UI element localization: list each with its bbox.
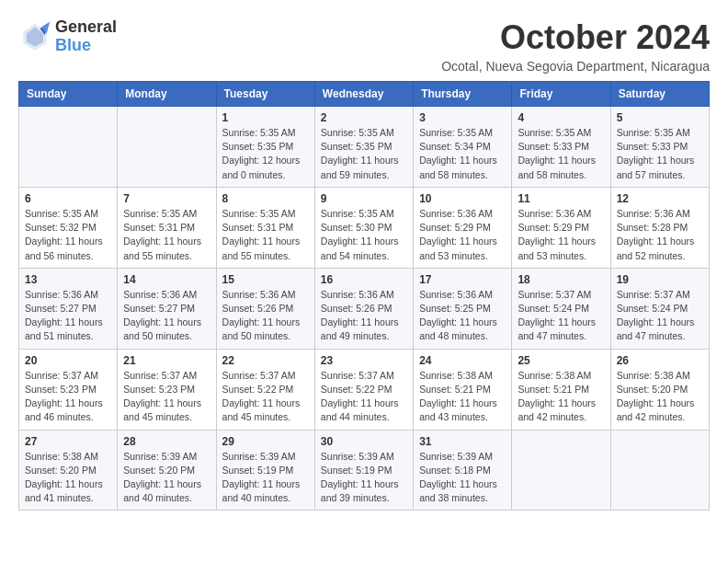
calendar-week-row: 6Sunrise: 5:35 AM Sunset: 5:32 PM Daylig… — [19, 187, 710, 268]
day-info: Sunrise: 5:35 AM Sunset: 5:32 PM Dayligh… — [25, 207, 111, 263]
day-info: Sunrise: 5:39 AM Sunset: 5:19 PM Dayligh… — [321, 450, 407, 506]
day-number: 14 — [123, 273, 210, 286]
calendar-cell: 8Sunrise: 5:35 AM Sunset: 5:31 PM Daylig… — [216, 187, 314, 268]
day-number: 28 — [123, 435, 210, 448]
day-number: 22 — [222, 354, 309, 367]
day-info: Sunrise: 5:35 AM Sunset: 5:33 PM Dayligh… — [617, 126, 703, 182]
day-number: 16 — [321, 273, 407, 286]
logo-text: General Blue — [55, 18, 117, 55]
day-info: Sunrise: 5:35 AM Sunset: 5:30 PM Dayligh… — [321, 207, 407, 263]
calendar-cell: 27Sunrise: 5:38 AM Sunset: 5:20 PM Dayli… — [19, 430, 118, 511]
weekday-header: Monday — [118, 82, 216, 107]
calendar-cell: 5Sunrise: 5:35 AM Sunset: 5:33 PM Daylig… — [610, 107, 709, 188]
day-number: 31 — [419, 435, 506, 448]
location-title: Ocotal, Nueva Segovia Department, Nicara… — [441, 59, 710, 74]
calendar-week-row: 13Sunrise: 5:36 AM Sunset: 5:27 PM Dayli… — [19, 268, 710, 349]
calendar-cell: 14Sunrise: 5:36 AM Sunset: 5:27 PM Dayli… — [118, 268, 216, 349]
calendar-cell — [512, 430, 610, 511]
day-number: 21 — [123, 354, 210, 367]
calendar-cell: 2Sunrise: 5:35 AM Sunset: 5:35 PM Daylig… — [314, 107, 413, 188]
day-info: Sunrise: 5:38 AM Sunset: 5:20 PM Dayligh… — [617, 369, 703, 425]
day-number: 25 — [518, 354, 604, 367]
day-info: Sunrise: 5:38 AM Sunset: 5:20 PM Dayligh… — [25, 450, 111, 506]
calendar-cell: 11Sunrise: 5:36 AM Sunset: 5:29 PM Dayli… — [512, 187, 610, 268]
weekday-header: Wednesday — [314, 82, 413, 107]
day-info: Sunrise: 5:39 AM Sunset: 5:18 PM Dayligh… — [419, 450, 506, 506]
calendar-cell — [19, 107, 118, 188]
day-number: 6 — [25, 192, 111, 205]
weekday-header: Saturday — [610, 82, 709, 107]
calendar-table: SundayMondayTuesdayWednesdayThursdayFrid… — [18, 81, 710, 511]
day-number: 2 — [321, 111, 407, 124]
calendar-cell: 16Sunrise: 5:36 AM Sunset: 5:26 PM Dayli… — [314, 268, 413, 349]
calendar-cell: 3Sunrise: 5:35 AM Sunset: 5:34 PM Daylig… — [414, 107, 512, 188]
day-info: Sunrise: 5:37 AM Sunset: 5:24 PM Dayligh… — [617, 288, 703, 344]
calendar-cell: 31Sunrise: 5:39 AM Sunset: 5:18 PM Dayli… — [414, 430, 512, 511]
day-info: Sunrise: 5:38 AM Sunset: 5:21 PM Dayligh… — [419, 369, 506, 425]
calendar-cell — [118, 107, 216, 188]
day-info: Sunrise: 5:35 AM Sunset: 5:33 PM Dayligh… — [518, 126, 604, 182]
title-section: October 2024 Ocotal, Nueva Segovia Depar… — [441, 18, 710, 74]
calendar-cell: 17Sunrise: 5:36 AM Sunset: 5:25 PM Dayli… — [414, 268, 512, 349]
day-number: 26 — [617, 354, 703, 367]
weekday-header: Thursday — [414, 82, 512, 107]
day-number: 23 — [321, 354, 407, 367]
day-info: Sunrise: 5:35 AM Sunset: 5:35 PM Dayligh… — [222, 126, 309, 182]
calendar-cell: 7Sunrise: 5:35 AM Sunset: 5:31 PM Daylig… — [118, 187, 216, 268]
day-number: 3 — [419, 111, 506, 124]
calendar-cell: 26Sunrise: 5:38 AM Sunset: 5:20 PM Dayli… — [610, 349, 709, 430]
day-info: Sunrise: 5:35 AM Sunset: 5:31 PM Dayligh… — [222, 207, 309, 263]
calendar-cell: 18Sunrise: 5:37 AM Sunset: 5:24 PM Dayli… — [512, 268, 610, 349]
calendar-cell: 25Sunrise: 5:38 AM Sunset: 5:21 PM Dayli… — [512, 349, 610, 430]
month-title: October 2024 — [441, 18, 710, 57]
day-info: Sunrise: 5:39 AM Sunset: 5:19 PM Dayligh… — [222, 450, 309, 506]
calendar-cell: 30Sunrise: 5:39 AM Sunset: 5:19 PM Dayli… — [314, 430, 413, 511]
calendar-cell: 19Sunrise: 5:37 AM Sunset: 5:24 PM Dayli… — [610, 268, 709, 349]
day-info: Sunrise: 5:36 AM Sunset: 5:26 PM Dayligh… — [222, 288, 309, 344]
day-info: Sunrise: 5:36 AM Sunset: 5:27 PM Dayligh… — [123, 288, 210, 344]
calendar-cell: 28Sunrise: 5:39 AM Sunset: 5:20 PM Dayli… — [118, 430, 216, 511]
calendar-cell: 20Sunrise: 5:37 AM Sunset: 5:23 PM Dayli… — [19, 349, 118, 430]
day-info: Sunrise: 5:36 AM Sunset: 5:28 PM Dayligh… — [617, 207, 703, 263]
weekday-header: Tuesday — [216, 82, 314, 107]
day-info: Sunrise: 5:35 AM Sunset: 5:34 PM Dayligh… — [419, 126, 506, 182]
day-info: Sunrise: 5:37 AM Sunset: 5:22 PM Dayligh… — [321, 369, 407, 425]
calendar-week-row: 20Sunrise: 5:37 AM Sunset: 5:23 PM Dayli… — [19, 349, 710, 430]
day-number: 12 — [617, 192, 703, 205]
calendar-cell: 9Sunrise: 5:35 AM Sunset: 5:30 PM Daylig… — [314, 187, 413, 268]
calendar-cell: 22Sunrise: 5:37 AM Sunset: 5:22 PM Dayli… — [216, 349, 314, 430]
day-number: 17 — [419, 273, 506, 286]
day-info: Sunrise: 5:38 AM Sunset: 5:21 PM Dayligh… — [518, 369, 604, 425]
day-info: Sunrise: 5:37 AM Sunset: 5:22 PM Dayligh… — [222, 369, 309, 425]
day-number: 20 — [25, 354, 111, 367]
calendar-cell: 1Sunrise: 5:35 AM Sunset: 5:35 PM Daylig… — [216, 107, 314, 188]
calendar-header-row: SundayMondayTuesdayWednesdayThursdayFrid… — [19, 82, 710, 107]
day-number: 5 — [617, 111, 703, 124]
weekday-header: Sunday — [19, 82, 118, 107]
logo: General Blue — [18, 18, 117, 55]
logo-icon — [18, 20, 51, 53]
day-info: Sunrise: 5:36 AM Sunset: 5:29 PM Dayligh… — [518, 207, 604, 263]
day-info: Sunrise: 5:39 AM Sunset: 5:20 PM Dayligh… — [123, 450, 210, 506]
page-header: General Blue October 2024 Ocotal, Nueva … — [18, 18, 710, 74]
day-number: 15 — [222, 273, 309, 286]
day-info: Sunrise: 5:36 AM Sunset: 5:27 PM Dayligh… — [25, 288, 111, 344]
day-number: 7 — [123, 192, 210, 205]
calendar-cell: 6Sunrise: 5:35 AM Sunset: 5:32 PM Daylig… — [19, 187, 118, 268]
calendar-week-row: 27Sunrise: 5:38 AM Sunset: 5:20 PM Dayli… — [19, 430, 710, 511]
calendar-cell: 21Sunrise: 5:37 AM Sunset: 5:23 PM Dayli… — [118, 349, 216, 430]
day-info: Sunrise: 5:35 AM Sunset: 5:35 PM Dayligh… — [321, 126, 407, 182]
day-number: 4 — [518, 111, 604, 124]
calendar-cell: 15Sunrise: 5:36 AM Sunset: 5:26 PM Dayli… — [216, 268, 314, 349]
day-info: Sunrise: 5:37 AM Sunset: 5:23 PM Dayligh… — [123, 369, 210, 425]
day-number: 29 — [222, 435, 309, 448]
day-info: Sunrise: 5:36 AM Sunset: 5:26 PM Dayligh… — [321, 288, 407, 344]
calendar-cell: 4Sunrise: 5:35 AM Sunset: 5:33 PM Daylig… — [512, 107, 610, 188]
weekday-header: Friday — [512, 82, 610, 107]
day-number: 11 — [518, 192, 604, 205]
day-number: 8 — [222, 192, 309, 205]
day-info: Sunrise: 5:35 AM Sunset: 5:31 PM Dayligh… — [123, 207, 210, 263]
day-number: 10 — [419, 192, 506, 205]
day-info: Sunrise: 5:37 AM Sunset: 5:24 PM Dayligh… — [518, 288, 604, 344]
day-number: 13 — [25, 273, 111, 286]
